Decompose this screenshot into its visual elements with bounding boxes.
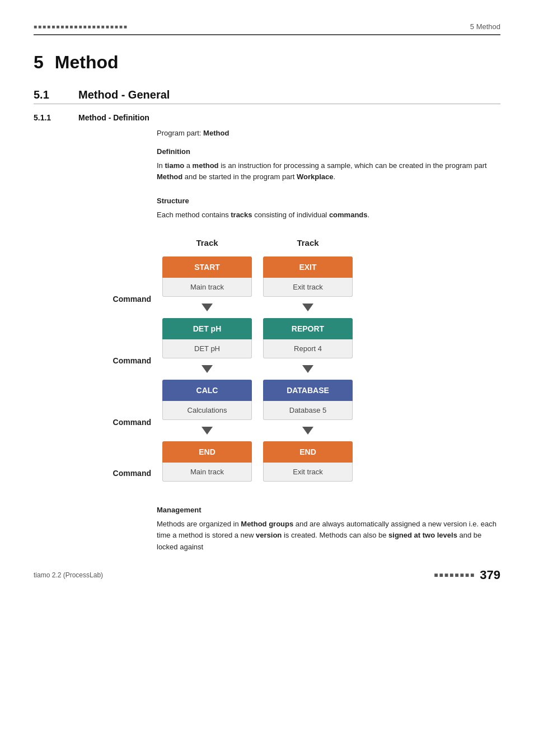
- footer-dots: ■■■■■■■■: [434, 571, 475, 579]
- cmd-exit-block: EXIT Exit track: [263, 256, 353, 297]
- subsection-num: 5.1.1: [34, 113, 78, 122]
- arrow-3-exit: [302, 427, 313, 435]
- program-part-block: Program part: Method: [34, 128, 500, 139]
- cmd-end-main-bottom: Main track: [162, 463, 252, 482]
- arrow-2-main: [202, 365, 213, 373]
- structure-text: Each method contains tracks consisting o…: [157, 209, 500, 221]
- management-body: Management Methods are organized in Meth…: [157, 505, 500, 559]
- management-text: Methods are organized in Method groups a…: [157, 519, 500, 553]
- chapter-heading: 5Method: [34, 52, 500, 73]
- arrow-1-exit: [302, 304, 313, 311]
- footer-app-name: tiamo 2.2 (ProcessLab): [34, 571, 103, 579]
- cmd-report-bottom: Report 4: [263, 339, 353, 358]
- cmd-start-block: START Main track: [162, 256, 252, 297]
- subsection-title: Method - Definition: [78, 113, 149, 122]
- exit-track-header: Track: [297, 238, 318, 248]
- cmd-detph-top: DET pH: [162, 318, 252, 339]
- management-heading: Management: [157, 505, 500, 516]
- cmd-exit-top: EXIT: [263, 256, 353, 278]
- arrow-2-exit: [302, 365, 313, 373]
- cmd-end-exit-top: END: [263, 441, 353, 463]
- structure-heading: Structure: [157, 195, 500, 207]
- cmd-end-exit-bottom: Exit track: [263, 463, 353, 482]
- page: ■■■■■■■■■■■■■■■■■■■■■ 5 Method 5Method 5…: [0, 0, 534, 599]
- exit-track-col: Track EXIT Exit track REPORT Report 4: [257, 238, 358, 493]
- arrow-1-main: [202, 304, 213, 311]
- command-label-1: Command: [78, 268, 157, 330]
- definition-text: In tiamo a method is an instruction for …: [157, 160, 500, 184]
- section-title: Method - General: [78, 88, 170, 101]
- definition-block: Definition In tiamo a method is an instr…: [34, 146, 500, 189]
- structure-label: [34, 195, 157, 227]
- cmd-report-block: REPORT Report 4: [263, 318, 353, 358]
- definition-body: Definition In tiamo a method is an instr…: [157, 146, 500, 189]
- cmd-start-bottom: Main track: [162, 278, 252, 297]
- structure-block: Structure Each method contains tracks co…: [34, 195, 500, 227]
- definition-label: [34, 146, 157, 189]
- cmd-detph-block: DET pH DET pH: [162, 318, 252, 358]
- command-label-2: Command: [78, 330, 157, 391]
- cmd-end-main-block: END Main track: [162, 441, 252, 482]
- command-labels-col: Command Command Command Command: [78, 238, 157, 493]
- cmd-database-block: DATABASE Database 5: [263, 380, 353, 420]
- section-num: 5.1: [34, 88, 78, 101]
- management-block: Management Methods are organized in Meth…: [34, 505, 500, 559]
- command-label-3: Command: [78, 391, 157, 453]
- cmd-end-exit-block: END Exit track: [263, 441, 353, 482]
- main-track-header: Track: [196, 238, 218, 248]
- cmd-database-top: DATABASE: [263, 380, 353, 401]
- page-footer: tiamo 2.2 (ProcessLab) ■■■■■■■■ 379: [34, 568, 500, 582]
- cmd-calc-bottom: Calculations: [162, 401, 252, 420]
- cmd-calc-top: CALC: [162, 380, 252, 401]
- chapter-num: 5: [34, 52, 44, 72]
- chapter-title: Method: [55, 52, 119, 72]
- cmd-calc-block: CALC Calculations: [162, 380, 252, 420]
- arrow-3-main: [202, 427, 213, 435]
- cmd-end-main-top: END: [162, 441, 252, 463]
- header-dots: ■■■■■■■■■■■■■■■■■■■■■: [34, 24, 128, 30]
- cmd-database-bottom: Database 5: [263, 401, 353, 420]
- management-label-area: [34, 505, 157, 559]
- section-heading: 5.1 Method - General: [34, 88, 500, 104]
- cmd-detph-bottom: DET pH: [162, 339, 252, 358]
- header-section-title: 5 Method: [470, 22, 500, 31]
- diagram-area: Command Command Command Command Track ST…: [78, 238, 500, 493]
- main-track-col: Track START Main track DET pH DET pH: [157, 238, 257, 493]
- page-header: ■■■■■■■■■■■■■■■■■■■■■ 5 Method: [34, 22, 500, 35]
- program-part-label: Program part:: [157, 129, 201, 137]
- definition-heading: Definition: [157, 146, 500, 158]
- structure-body: Structure Each method contains tracks co…: [157, 195, 500, 227]
- footer-page-num-area: ■■■■■■■■ 379: [434, 568, 500, 582]
- cmd-report-top: REPORT: [263, 318, 353, 339]
- command-label-4: Command: [78, 453, 157, 493]
- program-part-body: Program part: Method: [157, 128, 500, 139]
- program-part-value: Method: [203, 129, 229, 137]
- cmd-start-top: START: [162, 256, 252, 278]
- program-part-label-area: [34, 128, 157, 139]
- subsection-heading: 5.1.1 Method - Definition: [34, 113, 500, 122]
- footer-page-number: 379: [480, 568, 500, 582]
- cmd-exit-bottom: Exit track: [263, 278, 353, 297]
